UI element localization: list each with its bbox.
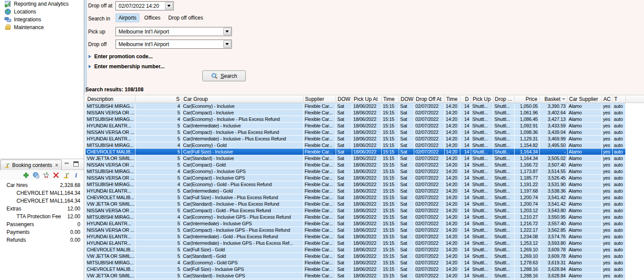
cart-icon[interactable] [43, 172, 50, 179]
sidebar-item-reporting-and-analytics[interactable]: Reporting and Analytics [0, 0, 84, 8]
column-header-pick_up[interactable]: Pick Up [471, 95, 493, 103]
booking-item[interactable]: Refunds0.00 [0, 236, 84, 244]
result-row[interactable]: MITSUBISHI MIRAG...4Car(Economy) - Inclu… [86, 214, 644, 220]
result-row[interactable]: HYUNDAI ELANTR...5Car(Intermediate) - In… [86, 240, 644, 247]
add-icon[interactable] [23, 172, 30, 179]
result-row[interactable]: CHEVROLET MALIB...5Car(Full Size) - Incl… [86, 149, 644, 155]
maximize-icon[interactable] [73, 161, 79, 167]
membership-number-toggle[interactable]: Enter membership number... [89, 63, 165, 70]
cell-drop_off_at: 02/07/2022 [414, 233, 444, 240]
column-header-car_supplier[interactable]: Car Supplier [567, 95, 601, 103]
column-header-dow2[interactable]: DOW [399, 95, 414, 103]
sidebar-item-locations[interactable]: Locations [0, 8, 84, 16]
chevron-down-icon[interactable] [165, 2, 173, 10]
column-header-drop_off_at[interactable]: Drop Off At [414, 95, 444, 103]
column-header-pick_up_at[interactable]: Pick Up At [352, 95, 381, 103]
info-icon[interactable]: i [73, 172, 79, 179]
search-in-tab-drop-off-offices[interactable]: Drop off offices [165, 13, 206, 22]
chevron-down-icon[interactable] [223, 28, 231, 35]
cell-filler [625, 260, 644, 266]
search-in-tab-offices[interactable]: Offices [141, 13, 163, 22]
promotion-code-toggle[interactable]: Enter promotion code... [89, 53, 153, 60]
result-row[interactable]: VW JETTA OR SIMIL...5Car(Standard) - Gol… [86, 253, 644, 260]
search-button[interactable]: Search [202, 70, 246, 81]
booking-item[interactable]: CHEVROLET MALIBI1,164.34 [0, 197, 84, 205]
result-row[interactable]: MITSUBISHI MIRAG...4Car(Economy) - Inclu… [86, 116, 644, 123]
booking-item[interactable]: CHEVROLET MALIBI1,164.34 [0, 189, 84, 197]
sidebar-item-maintenance[interactable]: Maintenance [0, 23, 84, 31]
chevron-down-icon[interactable] [223, 40, 231, 48]
result-row[interactable]: NISSAN VERSA OR ...5Car(Compact) - Inclu… [86, 227, 644, 233]
booking-item[interactable]: Payments0.00 [0, 228, 84, 236]
minimize-icon[interactable] [65, 162, 69, 166]
booking-item[interactable]: TTA Protection Fee12.00 [0, 213, 84, 220]
result-row[interactable]: NISSAN VERSA OR ...5Car(Compact) - Inclu… [86, 110, 644, 116]
cell-t: auto [612, 194, 625, 201]
booking-contents-tab[interactable]: Booking contents × [0, 160, 62, 170]
cell-dow1: Sat [336, 220, 352, 227]
column-header-t[interactable]: T [612, 95, 625, 103]
cell-ac: yes [601, 194, 612, 201]
result-row[interactable]: CHEVROLET MALIB...5Car(Full Size) - Incl… [86, 194, 644, 201]
cell-ac: yes [601, 136, 612, 142]
cell-pick_up: Shuttl... [471, 155, 493, 162]
availability-clock-icon[interactable] [33, 172, 40, 179]
cell-pick_up_at: 18/06/2022 [352, 142, 381, 149]
result-row[interactable]: NISSAN VERSA OR ...5Car(Compact) - Gold … [86, 207, 644, 214]
cell-pick_up_at: 18/06/2022 [352, 273, 381, 279]
delete-icon[interactable] [53, 172, 59, 179]
column-header-description[interactable]: Description [86, 95, 135, 103]
result-row[interactable]: VW JETTA OR SIMIL...5Car(Standard) - Inc… [86, 201, 644, 207]
result-row[interactable]: NISSAN VERSA OR ...5Car(Compact) - Inclu… [86, 129, 644, 136]
column-header-car_group[interactable]: Car Group [182, 95, 303, 103]
booking-item[interactable]: Extras12.00 [0, 205, 84, 213]
result-row[interactable]: VW JETTA OR SIMIL...5Car(Standard) - Inc… [86, 273, 644, 279]
cell-dow2: Sat [399, 227, 414, 233]
cell-time1: 15:15 [381, 149, 399, 155]
result-row[interactable]: MITSUBISHI MIRAG...4Car(Economy) - Gold … [86, 260, 644, 266]
result-row[interactable]: MITSUBISHI MIRAG...4Car(Economy) - Inclu… [86, 168, 644, 175]
column-header-dow1[interactable]: DOW [336, 95, 352, 103]
result-row[interactable]: HYUNDAI ELANTR...5Car(Intermediate) - Go… [86, 188, 644, 194]
cell-car_group: Car(Economy) - Gold GPS [182, 260, 303, 266]
booking-item[interactable]: Car hires2,328.68 [0, 181, 84, 189]
column-header-time1[interactable]: Time [381, 95, 399, 103]
cell-time2: 14:20 [444, 194, 460, 201]
result-row[interactable]: NISSAN VERSA OR ...5Car(Compact) - Inclu… [86, 175, 644, 181]
booking-item-label: Refunds [0, 237, 26, 243]
cell-s: 5 [135, 273, 182, 279]
cell-description: NISSAN VERSA OR ... [86, 207, 135, 214]
cell-time2: 14:20 [444, 162, 460, 168]
column-header-drop[interactable]: Drop ... [493, 95, 514, 103]
result-row[interactable]: VW JETTA OR SIMIL...5Car(Standard) - Inc… [86, 155, 644, 162]
result-row[interactable]: CHEVROLET MALIB...5Car(Full Size) - Incl… [86, 266, 644, 273]
result-row[interactable]: HYUNDAI ELANTR...5Car(Intermediate) - In… [86, 220, 644, 227]
result-row[interactable]: MITSUBISHI MIRAG...4Car(Economy) - GoldF… [86, 142, 644, 149]
cell-car_group: Car(Economy) - Inclusive [182, 103, 303, 110]
column-header-s[interactable]: S [135, 95, 182, 103]
search-in-tab-airports[interactable]: Airports [116, 13, 139, 22]
result-row[interactable]: NISSAN VERSA OR ...5Car(Compact) - GoldF… [86, 162, 644, 168]
drop-off-at-label: Drop off at [88, 3, 112, 9]
column-header-ac[interactable]: AC [601, 95, 612, 103]
drop-off-at-combo[interactable]: 02/07/2022 14:20 [116, 1, 174, 10]
column-header-supplier[interactable]: Supplier [303, 95, 336, 103]
result-row[interactable]: CHEVROLET MALIB...5Car(Full Size) - Gold… [86, 247, 644, 253]
column-header-price[interactable]: Price [514, 95, 539, 103]
column-header-d[interactable]: D [460, 95, 471, 103]
result-row[interactable]: HYUNDAI ELANTR...5Car(Intermediate) - In… [86, 123, 644, 129]
close-icon[interactable]: × [55, 162, 58, 168]
booking-item[interactable]: Passengers0 [0, 220, 84, 228]
cell-basket: 3,427.13 [539, 116, 567, 123]
result-row[interactable]: MITSUBISHI MIRAG...4Car(Economy) - Gold … [86, 181, 644, 188]
cell-basket: 3,402.64 [539, 110, 567, 116]
pick-up-combo[interactable]: Melbourne Int'l Airport [116, 27, 232, 36]
holiday-package-icon[interactable] [63, 172, 69, 179]
result-row[interactable]: MITSUBISHI MIRAG...4Car(Economy) - Inclu… [86, 103, 644, 110]
column-header-basket[interactable]: Basket [539, 95, 567, 103]
sidebar-item-integrations[interactable]: Integrations [0, 16, 84, 23]
result-row[interactable]: HYUNDAI ELANTR...5Car(Intermediate) - Go… [86, 233, 644, 240]
column-header-time2[interactable]: Time [444, 95, 460, 103]
result-row[interactable]: HYUNDAI ELANTR...5Car(Intermediate) - In… [86, 136, 644, 142]
drop-off-combo[interactable]: Melbourne Int'l Airport [116, 40, 232, 49]
